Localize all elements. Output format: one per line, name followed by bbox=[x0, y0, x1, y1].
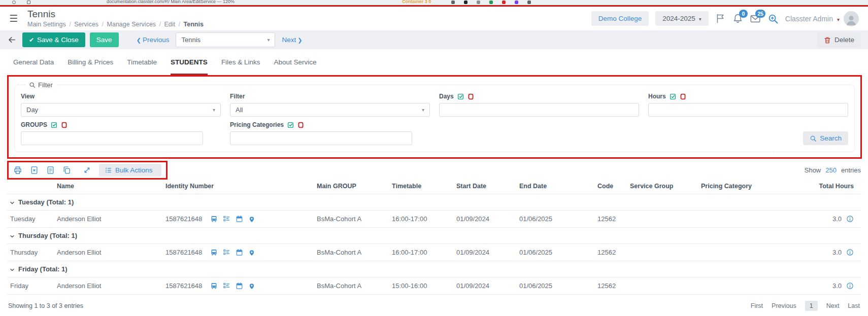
pdf-export-icon[interactable] bbox=[46, 166, 55, 174]
breadcrumb-edit[interactable]: Edit bbox=[164, 21, 184, 28]
view-select[interactable]: Day bbox=[21, 103, 221, 117]
tab-timetable[interactable]: Timetable bbox=[127, 49, 157, 75]
location-pin-icon[interactable] bbox=[248, 216, 255, 223]
hours-select-all-icon[interactable] bbox=[670, 93, 676, 100]
institution-button[interactable]: Demo College bbox=[591, 11, 649, 26]
search-icon bbox=[810, 135, 817, 142]
col-end-date[interactable]: End Date bbox=[516, 181, 594, 194]
save-button[interactable]: Save bbox=[90, 32, 119, 47]
extension-icon[interactable] bbox=[477, 1, 480, 4]
calendar-icon[interactable] bbox=[236, 249, 243, 256]
filter-label: Filter bbox=[230, 93, 430, 100]
calendar-icon[interactable] bbox=[236, 215, 243, 223]
col-pricing-category[interactable]: Pricing Category bbox=[698, 181, 802, 194]
pricing-categories-input[interactable] bbox=[230, 131, 412, 145]
page-size-selector[interactable]: 250 bbox=[825, 166, 837, 174]
tab-files-links[interactable]: Files & Links bbox=[221, 49, 260, 75]
pricing-select-all-icon[interactable] bbox=[287, 122, 294, 128]
browser-reload-icon[interactable] bbox=[12, 1, 16, 4]
view-select-value: Day bbox=[26, 106, 38, 114]
breadcrumb-manage-services[interactable]: Manage Services bbox=[107, 21, 164, 28]
tab-students[interactable]: STUDENTS bbox=[171, 49, 208, 75]
flag-icon[interactable] bbox=[715, 13, 726, 24]
task-list-icon[interactable] bbox=[223, 249, 230, 256]
tab-general-data[interactable]: General Data bbox=[13, 49, 54, 75]
save-and-close-button[interactable]: Save & Close bbox=[22, 32, 85, 47]
col-total-hours[interactable]: Total Hours bbox=[802, 181, 861, 194]
info-icon[interactable] bbox=[846, 215, 854, 223]
tab-billing-prices[interactable]: Billing & Prices bbox=[68, 49, 113, 75]
transport-bus-icon[interactable] bbox=[210, 215, 218, 223]
pagination-current-page[interactable]: 1 bbox=[805, 301, 818, 311]
location-pin-icon[interactable] bbox=[248, 249, 255, 256]
previous-record-link[interactable]: Previous bbox=[137, 36, 170, 44]
hours-clear-icon[interactable] bbox=[680, 93, 686, 100]
identity-number: 1587621648 bbox=[165, 282, 202, 290]
group-row-tuesday[interactable]: Tuesday (Total: 1) bbox=[7, 194, 861, 210]
extension-icon[interactable] bbox=[464, 1, 468, 4]
breadcrumb-main-settings[interactable]: Main Settings bbox=[27, 21, 74, 28]
extension-icon[interactable] bbox=[515, 1, 518, 4]
breadcrumb-services[interactable]: Services bbox=[74, 21, 107, 28]
extension-icon[interactable] bbox=[451, 1, 455, 4]
transport-bus-icon[interactable] bbox=[210, 282, 218, 290]
print-icon[interactable] bbox=[13, 166, 22, 175]
copy-icon[interactable] bbox=[62, 166, 71, 174]
academic-year-dropdown[interactable]: 2024-2025 bbox=[655, 11, 709, 26]
next-record-link[interactable]: Next bbox=[282, 36, 302, 44]
search-button[interactable]: Search bbox=[803, 131, 848, 145]
col-start-date[interactable]: Start Date bbox=[453, 181, 516, 194]
extension-icon[interactable] bbox=[502, 1, 506, 4]
chevron-down-icon bbox=[9, 233, 15, 239]
pagination-previous[interactable]: Previous bbox=[772, 302, 796, 309]
days-clear-icon[interactable] bbox=[468, 93, 474, 100]
group-row-thursday[interactable]: Thursday (Total: 1) bbox=[7, 228, 861, 244]
messages-icon[interactable]: 25 bbox=[750, 13, 761, 24]
task-list-icon[interactable] bbox=[223, 282, 230, 290]
browser-bookmark-icon[interactable] bbox=[27, 1, 30, 4]
col-timetable[interactable]: Timetable bbox=[389, 181, 453, 194]
extension-icon[interactable] bbox=[489, 1, 493, 4]
groups-clear-icon[interactable] bbox=[61, 122, 68, 128]
col-day[interactable] bbox=[7, 181, 54, 194]
extension-icon[interactable] bbox=[527, 1, 531, 4]
transport-bus-icon[interactable] bbox=[210, 249, 218, 256]
global-search-icon[interactable] bbox=[767, 13, 779, 24]
hours-input[interactable] bbox=[648, 103, 848, 117]
hamburger-menu-icon[interactable] bbox=[9, 13, 22, 24]
tab-about-service[interactable]: About Service bbox=[274, 49, 316, 75]
user-menu[interactable]: Classter Admin bbox=[785, 11, 859, 26]
days-select-all-icon[interactable] bbox=[457, 93, 464, 100]
avatar[interactable] bbox=[844, 11, 859, 26]
cell-name: Anderson Elliot bbox=[54, 210, 162, 228]
info-icon[interactable] bbox=[846, 282, 854, 290]
bulk-actions-button[interactable]: Bulk Actions bbox=[99, 164, 161, 177]
location-pin-icon[interactable] bbox=[248, 283, 255, 290]
record-selector[interactable]: Tennis bbox=[176, 32, 275, 47]
group-row-friday[interactable]: Friday (Total: 1) bbox=[7, 261, 861, 277]
cell-main-group: BsMa-Cohort A bbox=[314, 210, 389, 228]
excel-export-icon[interactable] bbox=[30, 166, 39, 174]
groups-select-all-icon[interactable] bbox=[51, 122, 57, 128]
col-identity-number[interactable]: Identity Number bbox=[162, 181, 314, 194]
col-name[interactable]: Name bbox=[54, 181, 162, 194]
col-main-group[interactable]: Main GROUP bbox=[314, 181, 389, 194]
pagination-last[interactable]: Last bbox=[848, 302, 860, 309]
pagination-first[interactable]: First bbox=[751, 302, 763, 309]
delete-button[interactable]: Delete bbox=[817, 32, 861, 48]
col-code[interactable]: Code bbox=[594, 181, 627, 194]
notifications-bell-icon[interactable]: 0 bbox=[732, 13, 743, 24]
browser-extension-icons[interactable] bbox=[451, 1, 531, 4]
filter-select[interactable]: All bbox=[230, 103, 430, 117]
calendar-icon[interactable] bbox=[236, 282, 243, 290]
task-list-icon[interactable] bbox=[223, 215, 230, 223]
info-icon[interactable] bbox=[846, 249, 854, 256]
groups-input[interactable] bbox=[21, 131, 203, 145]
back-button[interactable] bbox=[7, 35, 17, 45]
col-service-group[interactable]: Service Group bbox=[627, 181, 698, 194]
days-input[interactable] bbox=[439, 103, 639, 117]
expand-icon[interactable] bbox=[83, 166, 91, 174]
browser-url[interactable]: documentation.classter.com/#!/ Main Area… bbox=[107, 0, 235, 4]
pricing-clear-icon[interactable] bbox=[297, 122, 304, 128]
pagination-next[interactable]: Next bbox=[826, 302, 840, 309]
